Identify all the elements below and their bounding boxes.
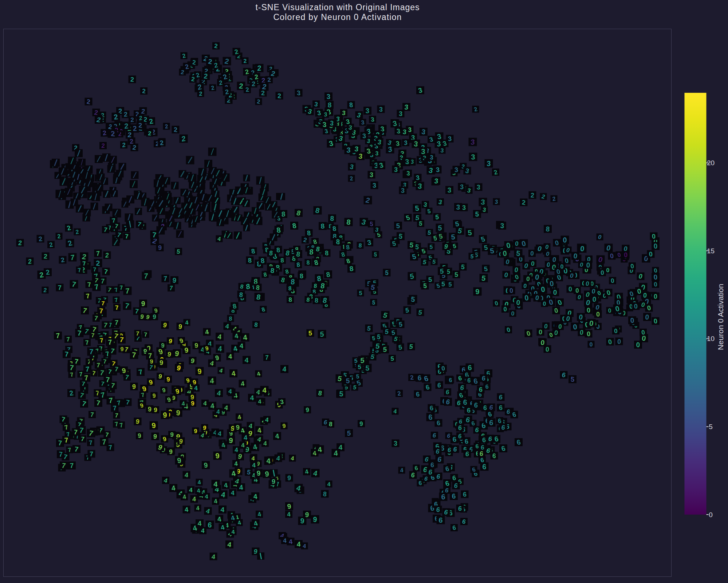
svg-text:3: 3 <box>495 198 498 205</box>
svg-text:7: 7 <box>70 253 74 262</box>
svg-text:0: 0 <box>611 277 614 285</box>
svg-text:2: 2 <box>130 116 134 123</box>
svg-text:7: 7 <box>109 396 113 405</box>
svg-text:0: 0 <box>709 511 713 519</box>
svg-text:4: 4 <box>239 483 243 492</box>
svg-text:3: 3 <box>396 127 400 135</box>
svg-text:8: 8 <box>349 101 353 108</box>
svg-text:0: 0 <box>538 328 542 336</box>
svg-text:7: 7 <box>125 233 129 240</box>
svg-text:9: 9 <box>138 432 141 440</box>
svg-text:0: 0 <box>636 341 640 349</box>
svg-text:6: 6 <box>445 389 449 396</box>
svg-text:9: 9 <box>176 408 181 417</box>
svg-text:5: 5 <box>365 364 370 372</box>
svg-text:9: 9 <box>151 421 156 429</box>
svg-text:0: 0 <box>550 279 554 288</box>
svg-text:0: 0 <box>526 275 530 282</box>
svg-text:6: 6 <box>482 436 486 444</box>
svg-text:7: 7 <box>91 332 94 338</box>
svg-text:6: 6 <box>463 491 467 498</box>
svg-text:0: 0 <box>606 267 610 274</box>
svg-text:9: 9 <box>148 405 152 413</box>
svg-text:0: 0 <box>610 252 614 259</box>
svg-text:4: 4 <box>228 353 232 360</box>
svg-text:7: 7 <box>105 432 109 438</box>
svg-text:6: 6 <box>479 386 483 393</box>
svg-text:7: 7 <box>92 369 96 377</box>
svg-text:3: 3 <box>454 166 458 174</box>
svg-text:0: 0 <box>653 273 658 281</box>
svg-text:0: 0 <box>546 346 550 353</box>
svg-text:8: 8 <box>254 321 258 329</box>
svg-text:7: 7 <box>114 366 118 373</box>
svg-text:3: 3 <box>379 106 383 113</box>
svg-text:7: 7 <box>135 308 139 315</box>
svg-text:6: 6 <box>436 419 440 427</box>
svg-text:9: 9 <box>257 469 261 477</box>
svg-text:8: 8 <box>229 315 232 322</box>
svg-text:9: 9 <box>169 448 173 456</box>
svg-text:9: 9 <box>312 515 317 524</box>
svg-text:8: 8 <box>256 284 260 292</box>
svg-text:7: 7 <box>103 358 107 365</box>
svg-text:3: 3 <box>471 153 475 161</box>
svg-text:3: 3 <box>324 111 327 118</box>
svg-text:4: 4 <box>251 455 255 461</box>
svg-text:2: 2 <box>243 57 247 64</box>
svg-text:4: 4 <box>235 447 238 454</box>
svg-text:8: 8 <box>248 257 252 264</box>
svg-text:3: 3 <box>421 147 425 155</box>
svg-text:7: 7 <box>65 350 69 358</box>
svg-text:7: 7 <box>265 354 268 361</box>
svg-text:5: 5 <box>438 224 442 232</box>
svg-text:4: 4 <box>253 493 257 501</box>
svg-text:9: 9 <box>305 511 309 519</box>
svg-text:15: 15 <box>707 247 715 255</box>
svg-text:4: 4 <box>244 434 247 441</box>
svg-text:4: 4 <box>185 319 189 326</box>
svg-text:4: 4 <box>210 376 214 385</box>
svg-text:6: 6 <box>452 492 456 500</box>
svg-text:4: 4 <box>213 480 218 488</box>
svg-text:4: 4 <box>216 408 220 416</box>
svg-text:7: 7 <box>99 307 103 315</box>
svg-text:8: 8 <box>300 272 304 279</box>
svg-text:6: 6 <box>452 436 457 443</box>
svg-text:9: 9 <box>170 431 174 438</box>
svg-text:Neuron 0 Activation: Neuron 0 Activation <box>716 284 725 350</box>
svg-text:2: 2 <box>28 258 32 265</box>
svg-text:4: 4 <box>196 504 200 511</box>
svg-text:6: 6 <box>416 390 420 398</box>
svg-text:9: 9 <box>204 461 208 469</box>
svg-text:0: 0 <box>530 250 534 257</box>
svg-text:7: 7 <box>90 450 93 458</box>
svg-text:7: 7 <box>102 437 106 446</box>
svg-text:9: 9 <box>120 346 124 352</box>
svg-text:8: 8 <box>280 257 284 264</box>
svg-text:3: 3 <box>297 89 300 97</box>
svg-text:3: 3 <box>413 139 418 148</box>
svg-text:0: 0 <box>563 236 567 244</box>
svg-text:9: 9 <box>236 424 240 431</box>
svg-text:8: 8 <box>328 421 332 428</box>
svg-text:4: 4 <box>327 481 330 487</box>
svg-text:3: 3 <box>405 158 409 166</box>
svg-text:2: 2 <box>124 122 129 130</box>
svg-text:7: 7 <box>119 285 123 291</box>
svg-text:5: 5 <box>516 249 520 258</box>
svg-text:3: 3 <box>462 204 466 211</box>
svg-text:3: 3 <box>370 171 374 178</box>
svg-text:3: 3 <box>370 116 374 123</box>
svg-text:3: 3 <box>399 110 402 118</box>
svg-text:4: 4 <box>194 385 198 392</box>
svg-text:0: 0 <box>580 245 585 253</box>
svg-text:0: 0 <box>614 328 618 335</box>
svg-text:9: 9 <box>132 382 136 390</box>
svg-text:8: 8 <box>276 246 280 254</box>
svg-text:0: 0 <box>653 317 658 325</box>
svg-text:2: 2 <box>86 98 91 106</box>
svg-text:6: 6 <box>438 516 443 524</box>
svg-text:9: 9 <box>265 470 269 478</box>
svg-text:7: 7 <box>152 231 157 239</box>
